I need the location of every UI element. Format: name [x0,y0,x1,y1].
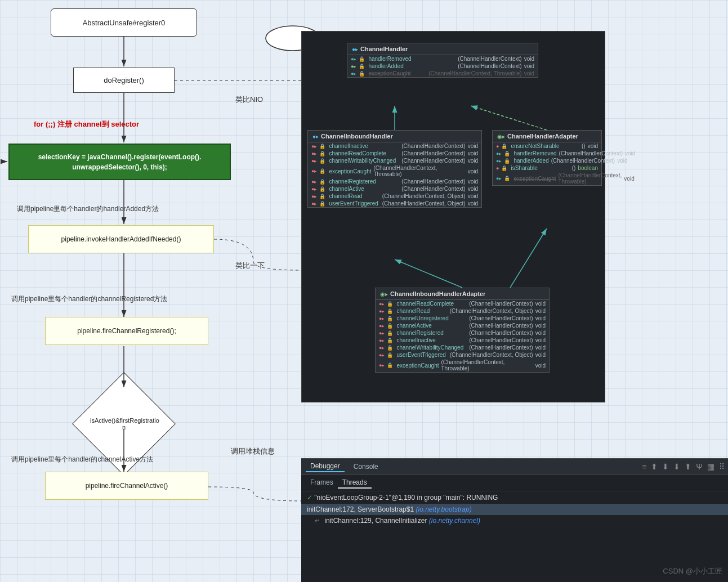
selection-key-box: selectionKey = javaChannel().register(ev… [8,144,231,180]
stack-method-2: initChannel:129, ChannelInitializer [324,517,427,525]
step-out-icon[interactable]: ⬇ [673,462,680,471]
ciha-badge: ◉▸ [380,291,388,297]
ciha-ret-9: void [535,362,546,369]
ciha-params-4: (ChannelHandlerContext) [469,323,533,329]
channel-handler-class: ●▸ ChannelHandler ●▸ 🔒 handlerRemoved (C… [347,43,538,78]
ciha-params-1: (ChannelHandlerContext) [469,301,533,307]
thread-name: "nioEventLoopGroup-2-1"@1,190 in group "… [314,494,498,502]
grid-icon[interactable]: ▦ [707,462,714,471]
lei-bi-xia: 类比一下 [235,261,265,271]
cha-m4: ● 🔒 isSharable () boolean [493,164,601,172]
cih-m3: ●▸ 🔒 channelWritabilityChanged (ChannelH… [308,157,481,164]
diamond-text: isActive()&firstRegistratio n [90,417,158,431]
thread-entry: ✓ "nioEventLoopGroup-2-1"@1,190 in group… [301,491,728,504]
console-tab[interactable]: Console [349,462,383,472]
frames-tab[interactable]: Frames [306,477,338,489]
debugger-sub-tabs: Frames Threads [301,475,728,491]
cha-ret-5: void [624,176,634,182]
debugger-toolbar: Debugger Console ≡ ⬆ ⬇ ⬇ ⬆ Ψ ▦ ⠿ [301,459,728,475]
ch-lock-3: 🔒 [359,71,365,77]
step-into-icon[interactable]: ⬇ [662,462,669,471]
ciha-params-8: (ChannelHandlerContext, Object) [450,352,533,358]
cih-params-8: (ChannelHandlerContext, Object) [382,200,466,207]
ciha-params-5: (ChannelHandlerContext) [469,330,533,336]
ciha-method-7: channelWritabilityChanged [396,344,467,351]
menu-icon[interactable]: ≡ [642,462,646,471]
cn2-text: 调用pipeline里每个handler的channelRegistered方法 [11,295,167,303]
stack-location-2: (io.netty.channel) [429,517,480,525]
cha-name: ChannelHandlerAdapter [507,133,578,140]
step-over-icon[interactable]: ⬆ [651,462,658,471]
lei-bi-nio-text: 类比NIO [235,95,263,104]
cn1-text: 调用pipeline里每个handler的handlerAdded方法 [17,205,159,213]
diao-yong-text: 调用堆栈信息 [231,447,275,455]
selection-key-label: selectionKey = javaChannel().register(ev… [38,152,202,172]
cih-m8: ●▸ 🔒 userEventTriggered (ChannelHandlerC… [308,200,481,207]
ciha-params-9: (ChannelHandlerContext, Throwable) [441,359,533,371]
cha-m2: ●▸ 🔒 handlerRemoved (ChannelHandlerConte… [493,150,601,157]
pipeline-fire-box: pipeline.fireChannelRegistered(); [45,317,208,345]
cih-m4: ●▸ 🔒 exceptionCaught (ChannelHandlerCont… [308,164,481,178]
cih-ret-4: void [468,168,478,174]
cih-ret-5: void [468,178,478,185]
ciha-header: ◉▸ ChannelInboundHandlerAdapter [376,288,549,300]
ch-vis-3: ●▸ [351,71,356,77]
ciha-params-6: (ChannelHandlerContext) [469,337,533,343]
cih-m5: ●▸ 🔒 channelRegistered (ChannelHandlerCo… [308,178,481,185]
ciha-m9: ●▸ 🔒 exceptionCaught (ChannelHandlerCont… [376,359,549,372]
cih-header: ●▸ ChannelInboundHandler [308,131,481,142]
stack-frame-1[interactable]: initChannel:172, ServerBootstrap$1 (io.n… [301,504,728,515]
ch-ret-3: void [524,70,534,77]
cha-method-3: handlerAdded [513,158,548,164]
cih-m7: ●▸ 🔒 channelRead (ChannelHandlerContext,… [308,192,481,200]
diao-yong-annotation: 调用堆栈信息 [231,446,275,456]
cha-ret-2: void [625,150,635,156]
ciha-m5: ●▸ 🔒 channelRegistered (ChannelHandlerCo… [376,329,549,337]
ch-lock-2: 🔒 [359,64,365,69]
ciha-method-5: channelRegistered [396,330,467,336]
run-to-cursor-icon[interactable]: ⬆ [685,462,691,471]
ch-ret-1: void [524,56,534,62]
ciha-ret-3: void [535,315,546,321]
ciha-method-2: channelRead [396,308,447,314]
ciha-ret-6: void [535,337,546,343]
abstract-unsafe-label: AbstractUnsafe#register0 [83,19,166,27]
stack-arrow-2: ↵ [315,517,322,525]
ciha-method-3: channelUnregistered [396,315,467,321]
ciha-params-3: (ChannelHandlerContext) [469,315,533,321]
ciha-method-8: userEventTriggered [396,352,447,358]
ch-params-2: (ChannelHandlerContext) [458,63,521,69]
ch-ret-2: void [524,63,534,69]
cih-params-7: (ChannelHandlerContext, Object) [382,193,466,199]
ciha-ret-4: void [535,323,546,329]
threads-tab[interactable]: Threads [338,477,372,489]
watermark-text: CSDN @小小工匠 [663,567,722,575]
flowchart-area: AbstractUnsafe#register0 doRegister() fo… [0,0,315,582]
debugger-tab[interactable]: Debugger [306,461,345,472]
class-diagram-panel: ●▸ ChannelHandler ●▸ 🔒 handlerRemoved (C… [301,31,605,402]
cih-ret-8: void [468,200,478,207]
cih-badge: ●▸ [312,133,319,140]
ch-method-3: exceptionCaught [368,70,426,77]
cha-badge: ◉▸ [497,133,505,140]
cih-method-5: channelRegistered [329,178,399,185]
cih-v1: ●▸ [311,144,317,149]
stack-location-1: (io.netty.bootstrap) [416,505,471,513]
lei-bi-nio: 类比NIO [235,95,263,105]
pipeline-active-box: pipeline.fireChannelActive() [45,472,208,500]
ciha-m4: ●▸ 🔒 channelActive (ChannelHandlerContex… [376,322,549,329]
ch-params-3: (ChannelHandlerContext, Throwable) [428,70,521,77]
for-loop-text: for (;;) 注册 channel到 selector [34,120,139,128]
ciha-m7: ●▸ 🔒 channelWritabilityChanged (ChannelH… [376,344,549,351]
cih-method-6: channelActive [329,186,399,192]
settings-icon[interactable]: ⠿ [719,462,725,471]
diamond-label: isActive()&firstRegistratio n [90,417,159,431]
cha-params-5: (ChannelHandlerContext, Throwable) [559,172,622,185]
cha-params-1: () [582,143,586,149]
ciha-method-6: channelInactive [396,337,467,343]
cih-params-2: (ChannelHandlerContext) [401,150,465,156]
cih-method-3: channelWritabilityChanged [329,158,399,164]
cha-method-4: isSharable [511,165,569,171]
evaluate-icon[interactable]: Ψ [696,462,703,471]
stack-frame-2[interactable]: ↵ initChannel:129, ChannelInitializer (i… [301,515,728,526]
